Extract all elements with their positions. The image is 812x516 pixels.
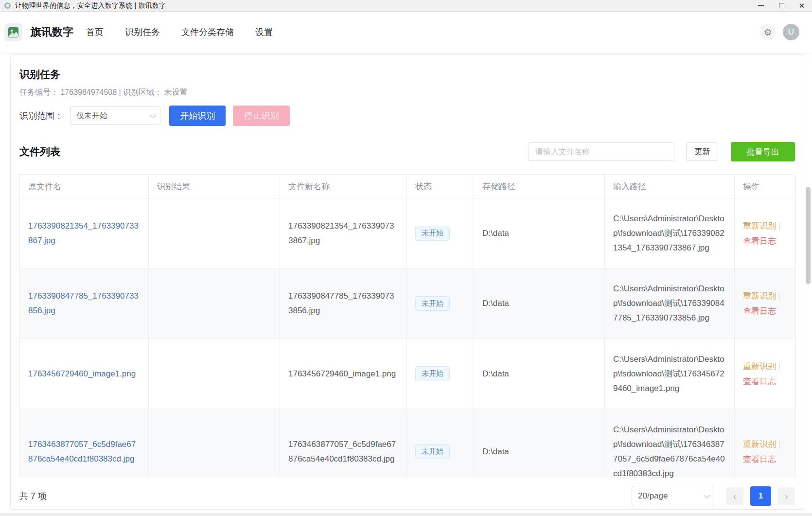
prev-page-button[interactable]: ‹ <box>726 487 743 505</box>
page-size-select[interactable]: 20/page <box>632 486 714 506</box>
nav-item-file-classification-storage[interactable]: 文件分类存储 <box>181 26 234 38</box>
navbar: 旗讯数字 首页 识别任务 文件分类存储 设置 ⚙ U <box>0 12 812 53</box>
close-button[interactable]: ✕ <box>792 0 812 11</box>
status-badge: 未开始 <box>415 444 450 459</box>
original-file-link[interactable]: 1763463877057_6c5d9fae67876ca54e40cd1f80… <box>28 437 140 466</box>
action-divider: | <box>778 362 780 371</box>
storage-path-cell: D:\data <box>482 296 509 311</box>
col-header-status: 状态 <box>407 175 474 198</box>
original-file-link[interactable]: 1763456729460_image1.png <box>28 367 136 381</box>
window-titlebar: 让物理世界的信息，安全进入数字系统 | 旗讯数字 ✕ <box>0 0 812 12</box>
original-file-link[interactable]: 1763390821354_1763390733867.jpg <box>28 219 140 248</box>
input-path-cell: C:\Users\Administrator\Desktop\fsdownloa… <box>613 212 726 255</box>
scope-select[interactable]: 仅未开始 <box>70 107 160 125</box>
nav-menu: 首页 识别任务 文件分类存储 设置 <box>86 26 273 38</box>
input-path-cell: C:\Users\Administrator\Desktop\fsdownloa… <box>613 352 726 396</box>
status-badge: 未开始 <box>415 226 450 241</box>
view-log-link[interactable]: 查看日志 <box>743 455 776 464</box>
user-avatar[interactable]: U <box>783 24 799 40</box>
nav-item-settings[interactable]: 设置 <box>255 26 273 38</box>
storage-path-cell: D:\data <box>482 367 509 381</box>
col-header-operations: 操作 <box>735 175 796 198</box>
page-size-value: 20/page <box>638 491 668 501</box>
scope-label: 识别范围： <box>19 110 63 122</box>
col-header-new-name: 文件新名称 <box>280 175 407 198</box>
input-path-cell: C:\Users\Administrator\Desktop\fsdownloa… <box>613 423 726 478</box>
table-row: 1763463877057_6c5d9fae67876ca54e40cd1f80… <box>20 409 795 478</box>
scrollbar-thumb[interactable] <box>806 187 811 284</box>
chevron-down-icon <box>150 112 156 118</box>
new-name-cell: 1763456729460_image1.png <box>288 367 396 381</box>
chevron-left-icon: ‹ <box>733 491 737 502</box>
re-recognize-link[interactable]: 重新识别 <box>743 440 776 449</box>
status-badge: 未开始 <box>415 366 450 381</box>
search-input[interactable] <box>529 142 674 161</box>
stop-recognition-button[interactable]: 停止识别 <box>233 106 290 126</box>
gear-icon: ⚙ <box>763 27 772 38</box>
storage-path-cell: D:\data <box>482 226 509 241</box>
table-header-row: 原文件名 识别结果 文件新名称 状态 存储路径 输入路径 操作 <box>20 175 795 198</box>
re-recognize-link[interactable]: 重新识别 <box>743 291 776 301</box>
batch-export-button[interactable]: 批量导出 <box>731 142 795 161</box>
file-list-header: 文件列表 更新 批量导出 <box>19 142 795 161</box>
col-header-storage-path: 存储路径 <box>474 175 605 198</box>
original-file-link[interactable]: 1763390847785_1763390733856.jpg <box>28 289 140 318</box>
table-row: 1763390821354_1763390733867.jpg 17633908… <box>20 198 795 268</box>
main-card: 识别任务 任务编号： 1763984974508 | 识别区域： 未设置 识别范… <box>10 54 804 510</box>
table-row: 1763390847785_1763390733856.jpg 17633908… <box>20 268 795 339</box>
action-divider: | <box>778 221 780 231</box>
brand-name: 旗讯数字 <box>31 25 73 39</box>
view-log-link[interactable]: 查看日志 <box>743 377 776 386</box>
app-icon <box>4 2 11 9</box>
maximize-button[interactable] <box>771 0 792 11</box>
col-header-input-path: 输入路径 <box>605 175 735 198</box>
status-badge: 未开始 <box>415 296 450 311</box>
chevron-down-icon <box>704 492 710 498</box>
input-path-cell: C:\Users\Administrator\Desktop\fsdownloa… <box>613 282 726 325</box>
window-bottom-edge <box>0 513 812 516</box>
scope-select-value: 仅未开始 <box>76 111 107 121</box>
nav-item-recognition-tasks[interactable]: 识别任务 <box>125 26 160 38</box>
scope-row: 识别范围： 仅未开始 开始识别 停止识别 <box>19 106 795 126</box>
table-body: 1763390821354_1763390733867.jpg 17633908… <box>20 198 795 478</box>
list-footer: 共 7 项 20/page ‹ 1 › <box>19 482 795 510</box>
col-header-original-name: 原文件名 <box>20 175 149 198</box>
task-meta: 任务编号： 1763984974508 | 识别区域： 未设置 <box>19 88 795 98</box>
minimize-button[interactable] <box>751 0 771 11</box>
start-recognition-button[interactable]: 开始识别 <box>169 106 226 126</box>
file-list-toolbar: 更新 批量导出 <box>529 142 795 161</box>
re-recognize-link[interactable]: 重新识别 <box>743 221 776 231</box>
nav-item-home[interactable]: 首页 <box>86 26 104 38</box>
action-divider: | <box>778 291 780 301</box>
new-name-cell: 1763463877057_6c5d9fae67876ca54e40cd1f80… <box>288 437 398 466</box>
pagination: 20/page ‹ 1 › <box>632 486 795 506</box>
storage-path-cell: D:\data <box>482 445 509 459</box>
brand-logo <box>4 23 22 41</box>
view-log-link[interactable]: 查看日志 <box>743 306 776 316</box>
task-section-title: 识别任务 <box>19 68 795 81</box>
refresh-button[interactable]: 更新 <box>686 142 718 161</box>
close-icon: ✕ <box>799 2 805 9</box>
settings-gear-button[interactable]: ⚙ <box>759 24 776 40</box>
table-row: 1763456729460_image1.png 1763456729460_i… <box>20 339 795 409</box>
current-page-button[interactable]: 1 <box>750 486 771 506</box>
action-divider: | <box>778 440 780 449</box>
file-list-title: 文件列表 <box>19 145 60 159</box>
total-count: 共 7 项 <box>19 490 47 502</box>
window-title: 让物理世界的信息，安全进入数字系统 | 旗讯数字 <box>15 1 166 10</box>
view-log-link[interactable]: 查看日志 <box>743 236 776 246</box>
image-logo-icon <box>8 27 19 38</box>
new-name-cell: 1763390847785_1763390733856.jpg <box>288 289 398 318</box>
next-page-button[interactable]: › <box>777 487 795 505</box>
maximize-icon <box>779 3 784 8</box>
minimize-icon <box>758 5 764 6</box>
new-name-cell: 1763390821354_1763390733867.jpg <box>288 219 398 248</box>
re-recognize-link[interactable]: 重新识别 <box>743 362 776 371</box>
file-table: 原文件名 识别结果 文件新名称 状态 存储路径 输入路径 操作 17633908… <box>19 174 796 478</box>
col-header-result: 识别结果 <box>149 175 280 198</box>
chevron-right-icon: › <box>785 491 788 502</box>
